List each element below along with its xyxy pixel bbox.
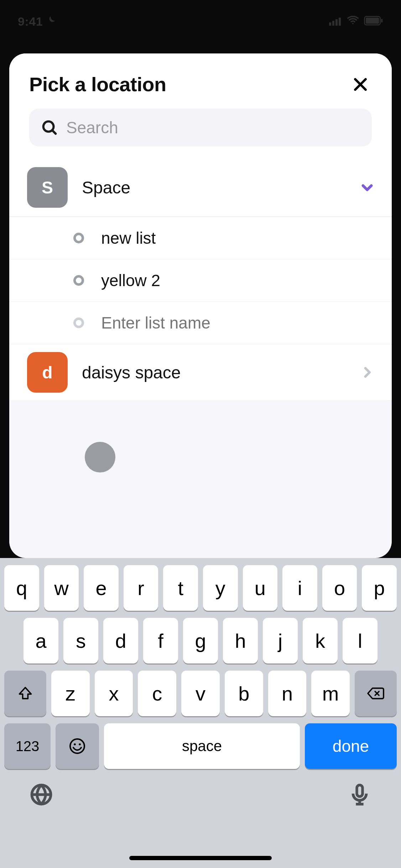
list-bullet-icon (73, 317, 84, 328)
cellular-icon (329, 15, 342, 29)
key-c[interactable]: c (138, 671, 176, 716)
key-l[interactable]: l (343, 618, 377, 663)
key-o[interactable]: o (322, 565, 357, 611)
key-e[interactable]: e (84, 565, 119, 611)
key-q[interactable]: q (4, 565, 39, 611)
key-emoji[interactable] (56, 723, 99, 769)
mic-icon (348, 783, 371, 806)
dictation-button[interactable] (348, 783, 371, 807)
key-u[interactable]: u (243, 565, 278, 611)
svg-point-8 (70, 739, 84, 753)
key-numeric[interactable]: 123 (4, 723, 51, 769)
key-n[interactable]: n (268, 671, 307, 716)
key-h[interactable]: h (223, 618, 258, 663)
svg-rect-0 (329, 22, 331, 26)
search-icon (41, 119, 58, 136)
list-item-label: new list (101, 228, 376, 248)
key-w[interactable]: w (44, 565, 79, 611)
key-j[interactable]: j (263, 618, 298, 663)
key-p[interactable]: p (362, 565, 397, 611)
globe-icon (30, 783, 53, 806)
search-input[interactable] (66, 118, 360, 137)
close-icon (353, 77, 368, 92)
key-r[interactable]: r (124, 565, 158, 611)
key-m[interactable]: m (311, 671, 350, 716)
close-button[interactable] (349, 73, 372, 96)
space-row[interactable]: d daisys space (9, 344, 392, 401)
svg-rect-6 (381, 19, 382, 22)
key-v[interactable]: v (181, 671, 220, 716)
list-item[interactable]: yellow 2 (9, 259, 392, 301)
location-picker-sheet: Pick a location S Space new lis (9, 53, 392, 558)
key-z[interactable]: z (51, 671, 90, 716)
battery-icon (364, 15, 383, 29)
list-item-label: yellow 2 (101, 271, 376, 290)
key-s[interactable]: s (63, 618, 98, 663)
sheet-title: Pick a location (29, 73, 166, 96)
backspace-icon (366, 686, 385, 701)
expand-toggle[interactable] (358, 179, 376, 196)
key-done[interactable]: done (305, 723, 397, 769)
svg-rect-3 (339, 17, 341, 26)
status-bar: 9:41 (0, 0, 401, 43)
on-screen-keyboard: q w e r t y u i o p a s d f g h j k l z (0, 558, 401, 868)
chevron-right-icon (360, 365, 374, 379)
svg-rect-12 (357, 785, 363, 796)
space-avatar: d (27, 352, 68, 393)
search-field[interactable] (29, 109, 372, 146)
status-time: 9:41 (18, 15, 43, 29)
key-b[interactable]: b (225, 671, 263, 716)
key-d[interactable]: d (103, 618, 138, 663)
svg-rect-2 (335, 19, 338, 26)
key-t[interactable]: t (163, 565, 198, 611)
list-bullet-icon (73, 233, 84, 243)
space-avatar: S (27, 167, 68, 208)
svg-rect-1 (332, 21, 334, 26)
key-shift[interactable] (4, 671, 46, 716)
key-i[interactable]: i (282, 565, 317, 611)
key-y[interactable]: y (203, 565, 238, 611)
moon-icon (46, 15, 56, 29)
list-bullet-icon (73, 275, 84, 286)
new-list-name-input[interactable] (101, 313, 376, 332)
space-name: daisys space (82, 363, 358, 382)
globe-button[interactable] (30, 783, 53, 807)
key-a[interactable]: a (24, 618, 58, 663)
emoji-icon (69, 738, 86, 755)
space-name: Space (82, 178, 358, 197)
wifi-icon (347, 14, 359, 29)
key-g[interactable]: g (183, 618, 218, 663)
svg-point-10 (79, 743, 81, 745)
shift-icon (17, 686, 33, 701)
svg-point-9 (74, 743, 76, 745)
space-row[interactable]: S Space (9, 159, 392, 217)
expand-toggle[interactable] (358, 363, 376, 381)
list-item[interactable]: new list (9, 217, 392, 259)
chevron-down-icon (360, 180, 374, 195)
new-list-row[interactable] (9, 301, 392, 344)
svg-rect-5 (366, 17, 379, 24)
key-backspace[interactable] (355, 671, 397, 716)
key-space[interactable]: space (104, 723, 300, 769)
key-f[interactable]: f (143, 618, 178, 663)
key-x[interactable]: x (95, 671, 133, 716)
touch-indicator (85, 442, 115, 472)
key-k[interactable]: k (303, 618, 338, 663)
home-indicator[interactable] (129, 856, 272, 860)
